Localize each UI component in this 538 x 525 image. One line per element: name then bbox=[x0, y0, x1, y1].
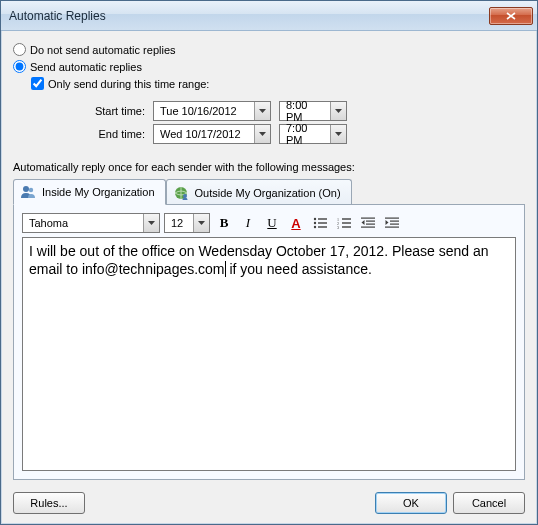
svg-rect-23 bbox=[385, 227, 399, 228]
svg-rect-17 bbox=[366, 221, 375, 222]
start-date-value: Tue 10/16/2012 bbox=[154, 105, 254, 117]
message-text-part2: if you need assistance. bbox=[226, 261, 372, 277]
numbered-list-button[interactable]: 123 bbox=[334, 213, 354, 233]
tab-outside-org[interactable]: Outside My Organization (On) bbox=[166, 179, 352, 205]
close-icon bbox=[506, 12, 516, 20]
svg-rect-15 bbox=[342, 226, 351, 227]
svg-text:3: 3 bbox=[337, 225, 339, 230]
dropdown-arrow-icon bbox=[143, 214, 159, 232]
svg-rect-13 bbox=[342, 222, 351, 223]
start-date-combo[interactable]: Tue 10/16/2012 bbox=[153, 101, 271, 121]
tab-inside-org[interactable]: Inside My Organization bbox=[13, 179, 166, 205]
time-range-grid: Start time: Tue 10/16/2012 8:00 PM End t… bbox=[73, 98, 525, 147]
close-button[interactable] bbox=[489, 7, 533, 25]
dialog-content: Do not send automatic replies Send autom… bbox=[1, 31, 537, 484]
outdent-icon bbox=[361, 217, 375, 229]
end-date-combo[interactable]: Wed 10/17/2012 bbox=[153, 124, 271, 144]
start-time-value: 8:00 PM bbox=[280, 99, 330, 123]
svg-rect-21 bbox=[390, 221, 399, 222]
font-family-combo[interactable]: Tahoma bbox=[22, 213, 160, 233]
italic-button[interactable]: I bbox=[238, 213, 258, 233]
radio-dont-send-input[interactable] bbox=[13, 43, 26, 56]
end-time-label: End time: bbox=[73, 128, 153, 140]
bold-button[interactable]: B bbox=[214, 213, 234, 233]
start-time-row: Start time: Tue 10/16/2012 8:00 PM bbox=[73, 101, 525, 121]
tab-outside-label: Outside My Organization (On) bbox=[195, 187, 341, 199]
svg-point-8 bbox=[314, 226, 316, 228]
ok-button[interactable]: OK bbox=[375, 492, 447, 514]
radio-send[interactable]: Send automatic replies bbox=[13, 60, 525, 73]
radio-send-label: Send automatic replies bbox=[30, 61, 142, 73]
checkbox-time-range-input[interactable] bbox=[31, 77, 44, 90]
svg-point-6 bbox=[314, 222, 316, 224]
svg-rect-18 bbox=[366, 224, 375, 225]
svg-rect-20 bbox=[385, 218, 399, 219]
radio-send-input[interactable] bbox=[13, 60, 26, 73]
svg-point-0 bbox=[23, 186, 29, 192]
svg-rect-5 bbox=[318, 218, 327, 219]
svg-rect-16 bbox=[361, 218, 375, 219]
indent-icon bbox=[385, 217, 399, 229]
end-time-row: End time: Wed 10/17/2012 7:00 PM bbox=[73, 124, 525, 144]
dropdown-arrow-icon bbox=[330, 102, 346, 120]
svg-rect-22 bbox=[390, 224, 399, 225]
radio-dont-send-label: Do not send automatic replies bbox=[30, 44, 176, 56]
cancel-button[interactable]: Cancel bbox=[453, 492, 525, 514]
automatic-replies-dialog: Automatic Replies Do not send automatic … bbox=[0, 0, 538, 525]
svg-rect-11 bbox=[342, 218, 351, 219]
font-size-value: 12 bbox=[165, 217, 193, 229]
svg-rect-9 bbox=[318, 226, 327, 227]
font-size-combo[interactable]: 12 bbox=[164, 213, 210, 233]
decrease-indent-button[interactable] bbox=[358, 213, 378, 233]
dropdown-arrow-icon bbox=[254, 102, 270, 120]
end-time-combo[interactable]: 7:00 PM bbox=[279, 124, 347, 144]
bulleted-list-button[interactable] bbox=[310, 213, 330, 233]
format-toolbar: Tahoma 12 B I U A 123 bbox=[22, 213, 516, 233]
underline-button[interactable]: U bbox=[262, 213, 282, 233]
svg-point-1 bbox=[29, 188, 33, 192]
svg-rect-7 bbox=[318, 222, 327, 223]
increase-indent-button[interactable] bbox=[382, 213, 402, 233]
bullet-list-icon bbox=[313, 217, 327, 229]
dialog-button-bar: Rules... OK Cancel bbox=[1, 484, 537, 524]
editor-panel: Tahoma 12 B I U A 123 bbox=[13, 204, 525, 480]
start-time-label: Start time: bbox=[73, 105, 153, 117]
checkbox-time-range-label: Only send during this time range: bbox=[48, 78, 209, 90]
dropdown-arrow-icon bbox=[193, 214, 209, 232]
titlebar: Automatic Replies bbox=[1, 1, 537, 31]
window-title: Automatic Replies bbox=[9, 9, 489, 23]
tabs: Inside My Organization Outside My Organi… bbox=[13, 179, 525, 205]
dropdown-arrow-icon bbox=[254, 125, 270, 143]
number-list-icon: 123 bbox=[337, 217, 351, 229]
checkbox-time-range[interactable]: Only send during this time range: bbox=[31, 77, 525, 90]
radio-dont-send[interactable]: Do not send automatic replies bbox=[13, 43, 525, 56]
font-color-button[interactable]: A bbox=[286, 213, 306, 233]
start-time-combo[interactable]: 8:00 PM bbox=[279, 101, 347, 121]
end-time-value: 7:00 PM bbox=[280, 122, 330, 146]
auto-reply-section-label: Automatically reply once for each sender… bbox=[13, 161, 525, 173]
people-icon bbox=[20, 184, 36, 200]
svg-point-3 bbox=[183, 194, 187, 198]
font-family-value: Tahoma bbox=[23, 217, 143, 229]
svg-point-4 bbox=[314, 218, 316, 220]
rules-button[interactable]: Rules... bbox=[13, 492, 85, 514]
tab-inside-label: Inside My Organization bbox=[42, 186, 155, 198]
message-editor[interactable]: I will be out of the office on Wedensday… bbox=[22, 237, 516, 471]
end-date-value: Wed 10/17/2012 bbox=[154, 128, 254, 140]
dropdown-arrow-icon bbox=[330, 125, 346, 143]
svg-rect-19 bbox=[361, 227, 375, 228]
globe-people-icon bbox=[173, 185, 189, 201]
